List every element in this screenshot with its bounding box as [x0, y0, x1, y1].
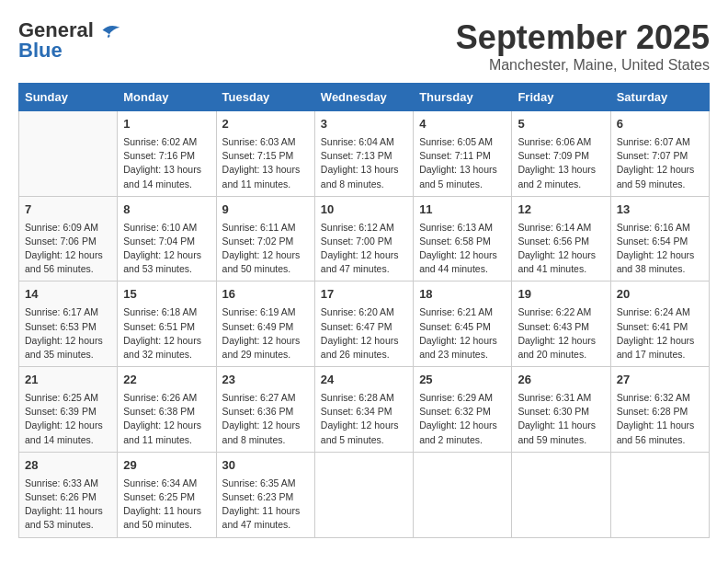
- day-content: Sunrise: 6:21 AMSunset: 6:45 PMDaylight:…: [419, 305, 506, 362]
- calendar-cell: 3Sunrise: 6:04 AMSunset: 7:13 PMDaylight…: [314, 111, 413, 197]
- day-content: Sunrise: 6:31 AMSunset: 6:30 PMDaylight:…: [518, 391, 604, 447]
- calendar-cell: 10Sunrise: 6:12 AMSunset: 7:00 PMDayligh…: [314, 196, 413, 282]
- calendar-cell: 13Sunrise: 6:16 AMSunset: 6:54 PMDayligh…: [610, 196, 709, 282]
- calendar-cell: 1Sunrise: 6:02 AMSunset: 7:16 PMDaylight…: [118, 111, 216, 197]
- day-content: Sunrise: 6:03 AMSunset: 7:15 PMDaylight:…: [222, 135, 309, 191]
- calendar-week-2: 7Sunrise: 6:09 AMSunset: 7:06 PMDaylight…: [19, 196, 710, 282]
- calendar-cell: [512, 452, 610, 537]
- day-content: Sunrise: 6:34 AMSunset: 6:25 PMDaylight:…: [123, 477, 210, 533]
- calendar-cell: [414, 452, 512, 537]
- day-number: 17: [321, 286, 407, 304]
- calendar-cell: [610, 452, 709, 537]
- day-content: Sunrise: 6:22 AMSunset: 6:43 PMDaylight:…: [518, 305, 604, 362]
- day-content: Sunrise: 6:04 AMSunset: 7:13 PMDaylight:…: [321, 135, 407, 191]
- page-header: General Blue September 2025 Manchester, …: [18, 18, 710, 74]
- calendar-cell: 24Sunrise: 6:28 AMSunset: 6:34 PMDayligh…: [314, 367, 413, 453]
- calendar-table: SundayMondayTuesdayWednesdayThursdayFrid…: [18, 83, 710, 538]
- calendar-cell: 4Sunrise: 6:05 AMSunset: 7:11 PMDaylight…: [414, 111, 512, 197]
- day-number: 9: [222, 201, 309, 219]
- calendar-cell: 30Sunrise: 6:35 AMSunset: 6:23 PMDayligh…: [216, 452, 314, 537]
- day-number: 24: [321, 372, 407, 389]
- day-number: 22: [123, 372, 210, 389]
- day-number: 1: [123, 116, 210, 133]
- day-header-tuesday: Tuesday: [216, 84, 314, 111]
- day-content: Sunrise: 6:18 AMSunset: 6:51 PMDaylight:…: [123, 305, 210, 362]
- day-content: Sunrise: 6:14 AMSunset: 6:56 PMDaylight:…: [518, 221, 604, 277]
- day-content: Sunrise: 6:32 AMSunset: 6:28 PMDaylight:…: [617, 391, 703, 447]
- calendar-cell: 17Sunrise: 6:20 AMSunset: 6:47 PMDayligh…: [314, 282, 413, 367]
- calendar-cell: 23Sunrise: 6:27 AMSunset: 6:36 PMDayligh…: [216, 367, 314, 453]
- day-header-sunday: Sunday: [19, 84, 118, 111]
- calendar-body: 1Sunrise: 6:02 AMSunset: 7:16 PMDaylight…: [19, 111, 710, 538]
- day-content: Sunrise: 6:35 AMSunset: 6:23 PMDaylight:…: [222, 477, 309, 533]
- day-content: Sunrise: 6:20 AMSunset: 6:47 PMDaylight:…: [321, 305, 407, 362]
- day-content: Sunrise: 6:12 AMSunset: 7:00 PMDaylight:…: [321, 221, 407, 277]
- day-number: 8: [123, 201, 210, 219]
- calendar-cell: 19Sunrise: 6:22 AMSunset: 6:43 PMDayligh…: [512, 282, 610, 367]
- day-number: 12: [518, 201, 604, 219]
- calendar-week-1: 1Sunrise: 6:02 AMSunset: 7:16 PMDaylight…: [19, 111, 710, 197]
- day-number: 3: [321, 116, 407, 133]
- calendar-cell: 16Sunrise: 6:19 AMSunset: 6:49 PMDayligh…: [216, 282, 314, 367]
- calendar-header-row: SundayMondayTuesdayWednesdayThursdayFrid…: [19, 84, 710, 111]
- day-content: Sunrise: 6:33 AMSunset: 6:26 PMDaylight:…: [25, 477, 111, 533]
- day-header-friday: Friday: [512, 84, 610, 111]
- day-content: Sunrise: 6:17 AMSunset: 6:53 PMDaylight:…: [25, 305, 111, 362]
- logo-bird-icon: [96, 21, 123, 40]
- day-content: Sunrise: 6:26 AMSunset: 6:38 PMDaylight:…: [123, 391, 210, 447]
- calendar-cell: 7Sunrise: 6:09 AMSunset: 7:06 PMDaylight…: [19, 196, 118, 282]
- day-content: Sunrise: 6:13 AMSunset: 6:58 PMDaylight:…: [419, 221, 506, 277]
- calendar-cell: 14Sunrise: 6:17 AMSunset: 6:53 PMDayligh…: [19, 282, 118, 367]
- calendar-week-4: 21Sunrise: 6:25 AMSunset: 6:39 PMDayligh…: [19, 367, 710, 453]
- day-content: Sunrise: 6:02 AMSunset: 7:16 PMDaylight:…: [123, 135, 210, 191]
- calendar-cell: 26Sunrise: 6:31 AMSunset: 6:30 PMDayligh…: [512, 367, 610, 453]
- day-number: 20: [617, 286, 703, 304]
- calendar-cell: 28Sunrise: 6:33 AMSunset: 6:26 PMDayligh…: [19, 452, 118, 537]
- day-header-wednesday: Wednesday: [314, 84, 413, 111]
- calendar-cell: 21Sunrise: 6:25 AMSunset: 6:39 PMDayligh…: [19, 367, 118, 453]
- calendar-cell: 11Sunrise: 6:13 AMSunset: 6:58 PMDayligh…: [414, 196, 512, 282]
- day-number: 15: [123, 286, 210, 304]
- calendar-cell: 15Sunrise: 6:18 AMSunset: 6:51 PMDayligh…: [118, 282, 216, 367]
- day-content: Sunrise: 6:19 AMSunset: 6:49 PMDaylight:…: [222, 305, 309, 362]
- day-number: 2: [222, 116, 309, 133]
- title-block: September 2025 Manchester, Maine, United…: [456, 18, 710, 74]
- day-content: Sunrise: 6:28 AMSunset: 6:34 PMDaylight:…: [321, 391, 407, 447]
- day-number: 19: [518, 286, 604, 304]
- calendar-cell: [19, 111, 118, 197]
- day-content: Sunrise: 6:06 AMSunset: 7:09 PMDaylight:…: [518, 135, 604, 191]
- day-content: Sunrise: 6:25 AMSunset: 6:39 PMDaylight:…: [25, 391, 111, 447]
- calendar-cell: 5Sunrise: 6:06 AMSunset: 7:09 PMDaylight…: [512, 111, 610, 197]
- calendar-cell: 22Sunrise: 6:26 AMSunset: 6:38 PMDayligh…: [118, 367, 216, 453]
- day-content: Sunrise: 6:29 AMSunset: 6:32 PMDaylight:…: [419, 391, 506, 447]
- calendar-cell: 2Sunrise: 6:03 AMSunset: 7:15 PMDaylight…: [216, 111, 314, 197]
- logo-blue: Blue: [18, 39, 63, 63]
- calendar-cell: 27Sunrise: 6:32 AMSunset: 6:28 PMDayligh…: [610, 367, 709, 453]
- calendar-cell: 20Sunrise: 6:24 AMSunset: 6:41 PMDayligh…: [610, 282, 709, 367]
- day-content: Sunrise: 6:16 AMSunset: 6:54 PMDaylight:…: [617, 221, 703, 277]
- day-header-monday: Monday: [118, 84, 216, 111]
- month-title: September 2025: [456, 18, 710, 57]
- day-number: 5: [518, 116, 604, 133]
- day-header-thursday: Thursday: [414, 84, 512, 111]
- calendar-cell: 9Sunrise: 6:11 AMSunset: 7:02 PMDaylight…: [216, 196, 314, 282]
- calendar-cell: 12Sunrise: 6:14 AMSunset: 6:56 PMDayligh…: [512, 196, 610, 282]
- day-number: 4: [419, 116, 506, 133]
- day-number: 21: [25, 372, 111, 389]
- day-content: Sunrise: 6:24 AMSunset: 6:41 PMDaylight:…: [617, 305, 703, 362]
- day-number: 7: [25, 201, 111, 219]
- day-number: 11: [419, 201, 506, 219]
- day-number: 10: [321, 201, 407, 219]
- day-number: 6: [617, 116, 703, 133]
- day-number: 23: [222, 372, 309, 389]
- day-number: 29: [123, 457, 210, 475]
- day-number: 27: [617, 372, 703, 389]
- day-number: 26: [518, 372, 604, 389]
- calendar-cell: 25Sunrise: 6:29 AMSunset: 6:32 PMDayligh…: [414, 367, 512, 453]
- day-content: Sunrise: 6:11 AMSunset: 7:02 PMDaylight:…: [222, 221, 309, 277]
- calendar-cell: 18Sunrise: 6:21 AMSunset: 6:45 PMDayligh…: [414, 282, 512, 367]
- calendar-cell: [314, 452, 413, 537]
- day-content: Sunrise: 6:10 AMSunset: 7:04 PMDaylight:…: [123, 221, 210, 277]
- day-number: 14: [25, 286, 111, 304]
- day-content: Sunrise: 6:07 AMSunset: 7:07 PMDaylight:…: [617, 135, 703, 191]
